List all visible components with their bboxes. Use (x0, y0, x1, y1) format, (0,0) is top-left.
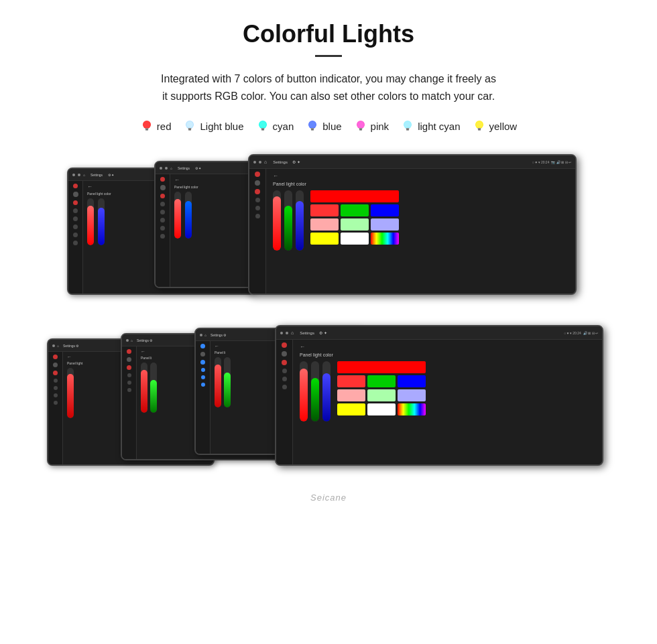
svg-rect-12 (261, 129, 264, 131)
page-title: Colorful Lights (40, 20, 617, 48)
svg-rect-15 (311, 128, 314, 129)
svg-rect-11 (261, 128, 264, 129)
bulb-yellow-icon (473, 118, 486, 134)
svg-point-4 (143, 121, 151, 129)
top-screen-stack: ⌂ Settings ⚙ ✦ (67, 154, 590, 308)
color-item-lightcyan: light cyan (401, 118, 460, 134)
svg-rect-20 (359, 129, 362, 131)
bulb-red-icon (140, 118, 154, 134)
color-label-yellow: yellow (489, 121, 518, 132)
bulb-lightblue-icon (183, 118, 196, 134)
color-item-yellow: yellow (473, 118, 518, 134)
svg-rect-8 (188, 129, 191, 131)
color-label-blue: blue (322, 121, 341, 132)
svg-rect-3 (145, 129, 148, 131)
bottom-screen-stack: ⌂ Settings ⚙ (47, 325, 610, 486)
svg-rect-28 (478, 129, 481, 131)
color-item-pink: pink (354, 118, 390, 134)
top-screen-3: ⌂ Settings ⚙ ✦ ○ ♥ ▾ 20:24 📷 🔊 ⊠ ⊟ ↩ (248, 154, 577, 295)
color-label-cyan: cyan (273, 121, 294, 132)
page-container: Colorful Lights Integrated with 7 colors… (0, 0, 657, 529)
color-item-blue: blue (306, 118, 341, 134)
topbar-3: ⌂ Settings ⚙ ✦ ○ ♥ ▾ 20:24 📷 🔊 ⊠ ⊟ ↩ (249, 155, 575, 169)
watermark: Seicane (40, 493, 617, 503)
bulb-blue-icon (306, 118, 319, 134)
svg-point-10 (259, 121, 266, 128)
color-item-lightblue: Light blue (183, 118, 243, 134)
svg-rect-19 (359, 128, 362, 129)
svg-point-14 (309, 121, 316, 128)
svg-rect-27 (477, 128, 481, 129)
svg-rect-23 (406, 128, 410, 129)
svg-point-22 (404, 121, 411, 128)
svg-point-26 (476, 121, 483, 128)
svg-rect-16 (311, 129, 314, 131)
color-label-lightcyan: light cyan (418, 121, 460, 132)
page-description: Integrated with 7 colors of button indic… (40, 70, 617, 105)
title-divider (315, 55, 342, 57)
svg-point-18 (357, 121, 364, 128)
bulb-cyan-icon (256, 118, 270, 134)
bottom-screens-row: ⌂ Settings ⚙ (40, 325, 617, 486)
bulb-pink-icon (354, 118, 367, 134)
color-item-red: red (140, 118, 172, 134)
color-label-pink: pink (371, 121, 390, 132)
top-screens-row: ⌂ Settings ⚙ ✦ (40, 154, 617, 308)
svg-rect-24 (406, 129, 409, 131)
svg-rect-7 (188, 128, 192, 129)
color-item-cyan: cyan (256, 118, 294, 134)
bulb-lightcyan-icon (401, 118, 414, 134)
color-label-red: red (157, 121, 172, 132)
color-label-lightblue: Light blue (200, 121, 243, 132)
color-legend: red Light blue c (40, 118, 617, 134)
svg-point-6 (186, 121, 193, 128)
bottom-screen-4: ⌂ Settings ⚙ ✦ ○ ♥ ▾ 20:24 🔊 ⊠ ⊟ ↩ (275, 325, 603, 466)
